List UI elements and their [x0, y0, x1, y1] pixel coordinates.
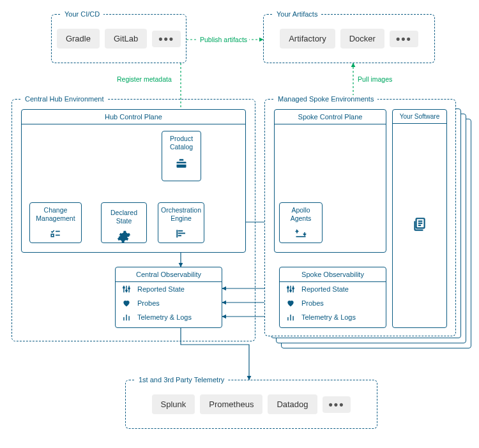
central-obs-telemetry-label: Telemetry & Logs: [137, 313, 192, 321]
svg-point-25: [126, 290, 127, 291]
panel-hub-cp-title: Hub Control Plane: [22, 110, 245, 124]
panel-spoke-cp-title: Spoke Control Plane: [275, 110, 386, 124]
spoke-obs-probes-label: Probes: [301, 299, 324, 307]
group-cicd: Your CI/CD Gradle GitLab •••: [51, 14, 186, 63]
gantt-icon: [174, 228, 188, 240]
panel-your-software-title: Your Software: [393, 110, 446, 124]
svg-point-34: [290, 290, 291, 291]
bar-chart-icon: [286, 313, 295, 322]
central-obs-row-telemetry: Telemetry & Logs: [116, 310, 222, 324]
central-obs-row-probes: Probes: [116, 296, 222, 310]
panel-central-observability: Central Observability Reported State Pro…: [115, 267, 222, 328]
svg-point-27: [128, 288, 130, 289]
node-declared-state-label: Declared State: [102, 203, 146, 227]
spoke-obs-row-reported: Reported State: [280, 282, 386, 296]
spoke-obs-reported-label: Reported State: [301, 285, 349, 293]
node-orchestration-engine: Orchestration Engine: [158, 202, 204, 243]
group-artifacts: Your Artifacts Artifactory Docker •••: [263, 14, 435, 63]
edge-pull-images: Pull images: [356, 75, 394, 83]
chip-docker: Docker: [340, 29, 384, 49]
spoke-obs-title: Spoke Observability: [280, 267, 386, 282]
ellipsis-icon: •••: [152, 31, 181, 47]
group-artifacts-title: Your Artifacts: [273, 10, 321, 18]
group-spoke-env-title: Managed Spoke Environments: [274, 95, 377, 103]
chip-splunk: Splunk: [152, 394, 195, 414]
group-telemetry-title: 1st and 3rd Party Telemetry: [135, 376, 228, 384]
edge-publish-artifacts: Publish artifacts: [198, 36, 249, 43]
node-declared-state: Declared State: [101, 202, 147, 243]
svg-rect-15: [51, 234, 54, 237]
bar-chart-icon: [122, 313, 131, 322]
node-apollo-agents-label: Apollo Agents: [280, 203, 322, 226]
node-apollo-agents: Apollo Agents: [279, 202, 323, 243]
chip-prometheus: Prometheus: [200, 394, 262, 414]
svg-point-32: [287, 287, 289, 288]
chip-datadog: Datadog: [268, 394, 317, 414]
chip-gitlab: GitLab: [105, 29, 147, 49]
checklist-icon: [49, 228, 63, 240]
svg-point-36: [293, 288, 294, 289]
central-obs-reported-label: Reported State: [137, 285, 185, 293]
document-stack-icon: [411, 216, 428, 233]
sliders-icon: [122, 285, 131, 294]
edge-register-metadata: Register metadata: [115, 75, 174, 83]
node-product-catalog: Product Catalog: [162, 131, 201, 181]
sync-icon: [294, 228, 308, 240]
ellipsis-icon: •••: [323, 396, 351, 413]
node-orchestration-label: Orchestration Engine: [158, 203, 204, 226]
central-obs-title: Central Observability: [116, 267, 222, 282]
panel-your-software: Your Software: [392, 109, 447, 328]
chip-artifactory: Artifactory: [280, 29, 335, 49]
panel-spoke-observability: Spoke Observability Reported State Probe…: [279, 267, 386, 328]
spoke-obs-row-probes: Probes: [280, 296, 386, 310]
node-change-management: Change Management: [29, 202, 82, 243]
central-obs-row-reported: Reported State: [116, 282, 222, 296]
node-product-catalog-label: Product Catalog: [162, 131, 201, 154]
node-change-mgmt-label: Change Management: [30, 203, 81, 226]
spoke-obs-row-telemetry: Telemetry & Logs: [280, 310, 386, 324]
spoke-obs-telemetry-label: Telemetry & Logs: [301, 313, 356, 321]
group-hub-env-title: Central Hub Environment: [21, 95, 108, 103]
gear-icon: [117, 230, 131, 244]
heart-icon: [122, 299, 131, 308]
central-obs-probes-label: Probes: [137, 299, 160, 307]
group-telemetry: 1st and 3rd Party Telemetry Splunk Prome…: [125, 380, 377, 429]
heart-icon: [286, 299, 295, 308]
ellipsis-icon: •••: [390, 31, 418, 47]
diagram-canvas: Your CI/CD Gradle GitLab ••• Your Artifa…: [0, 0, 479, 448]
sliders-icon: [286, 285, 295, 294]
chip-gradle: Gradle: [57, 29, 100, 49]
briefcase-icon: [174, 157, 188, 170]
group-cicd-title: Your CI/CD: [61, 10, 103, 18]
svg-point-23: [123, 287, 125, 288]
